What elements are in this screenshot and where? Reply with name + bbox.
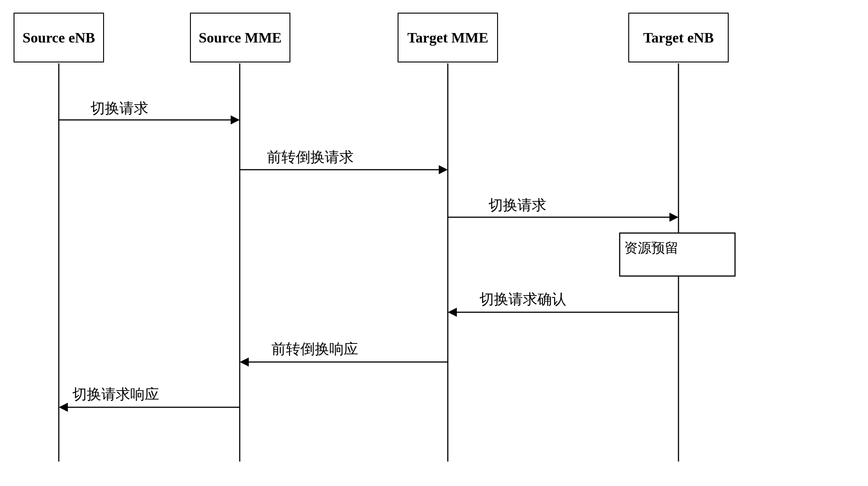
svg-marker-8 xyxy=(439,165,448,174)
svg-marker-5 xyxy=(231,115,240,124)
actor-source-enb: Source eNB xyxy=(14,13,104,62)
svg-text:切换请求确认: 切换请求确认 xyxy=(479,291,566,307)
svg-text:切换请求响应: 切换请求响应 xyxy=(72,386,159,402)
svg-text:切换请求: 切换请求 xyxy=(90,100,148,116)
svg-marker-19 xyxy=(240,357,249,367)
actor-target-enb: Target eNB xyxy=(628,13,729,62)
svg-marker-16 xyxy=(448,308,457,317)
svg-text:前转倒换请求: 前转倒换请求 xyxy=(267,149,354,165)
actor-source-mme: Source MME xyxy=(190,13,290,62)
sequence-diagram: 切换请求 前转倒换请求 切换请求 资源预留 切换请求确认 前转倒换响应 切换请求… xyxy=(0,0,868,486)
svg-marker-11 xyxy=(669,213,678,222)
svg-text:前转倒换响应: 前转倒换响应 xyxy=(271,341,358,357)
svg-marker-22 xyxy=(59,403,68,412)
svg-text:资源预留: 资源预留 xyxy=(624,240,678,255)
svg-text:切换请求: 切换请求 xyxy=(489,197,546,213)
actor-target-mme: Target MME xyxy=(398,13,498,62)
